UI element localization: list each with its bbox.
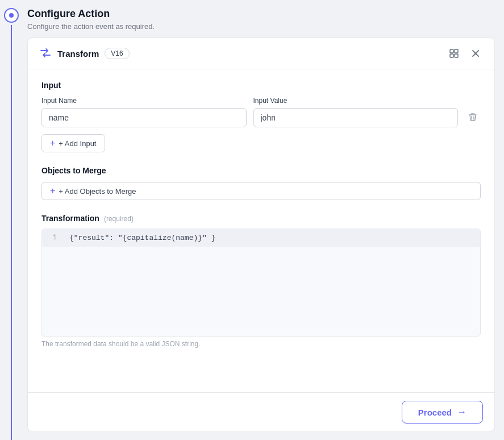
input-value-field[interactable] bbox=[253, 108, 459, 127]
sidebar-dot bbox=[9, 13, 14, 18]
input-value-group: Input Value bbox=[253, 97, 459, 127]
input-name-field[interactable] bbox=[41, 108, 247, 127]
code-editor[interactable]: 1 {"result": "{capitalize(name)}" } bbox=[41, 229, 481, 337]
transformation-title: Transformation bbox=[41, 214, 99, 223]
svg-rect-1 bbox=[455, 49, 458, 53]
trash-icon bbox=[468, 113, 477, 122]
svg-rect-0 bbox=[450, 49, 453, 53]
code-line-1: 1 {"result": "{capitalize(name)}" } bbox=[42, 229, 480, 247]
input-value-label: Input Value bbox=[253, 97, 459, 105]
input-name-group: Input Name bbox=[41, 97, 247, 127]
proceed-label: Proceed bbox=[418, 408, 452, 417]
page-title: Configure Action bbox=[27, 8, 495, 20]
input-section: Input Input Name Input Value bbox=[41, 81, 481, 152]
svg-rect-3 bbox=[455, 54, 458, 57]
code-content: {"result": "{capitalize(name)}" } bbox=[63, 229, 480, 247]
close-icon bbox=[470, 48, 481, 59]
card-title: Transform bbox=[57, 49, 99, 59]
expand-button[interactable] bbox=[447, 46, 461, 61]
input-row: Input Name Input Value bbox=[41, 97, 481, 127]
proceed-button[interactable]: Proceed → bbox=[402, 401, 483, 424]
card-header-right bbox=[447, 46, 483, 61]
transformation-header: Transformation (required) bbox=[41, 214, 481, 223]
add-input-label: + Add Input bbox=[59, 139, 96, 148]
configure-card: Transform V16 bbox=[27, 38, 495, 432]
sidebar-step-icon bbox=[4, 8, 19, 23]
line-number: 1 bbox=[42, 229, 63, 246]
input-section-title: Input bbox=[41, 81, 481, 90]
required-label: (required) bbox=[104, 215, 134, 223]
add-objects-plus-icon: + bbox=[50, 186, 55, 196]
card-footer: Proceed → bbox=[28, 392, 494, 431]
expand-icon bbox=[449, 48, 459, 59]
hint-text: The transformed data should be a valid J… bbox=[41, 337, 481, 348]
transform-icon bbox=[39, 47, 52, 61]
add-objects-button[interactable]: + + Add Objects to Merge bbox=[41, 182, 481, 200]
app-container: Configure Action Configure the action ev… bbox=[0, 0, 504, 440]
svg-rect-2 bbox=[450, 54, 453, 57]
page-header: Configure Action Configure the action ev… bbox=[27, 8, 495, 38]
card-header-left: Transform V16 bbox=[39, 47, 130, 61]
add-objects-label: + Add Objects to Merge bbox=[59, 187, 136, 196]
delete-input-button[interactable] bbox=[465, 109, 481, 125]
card-body: Input Input Name Input Value bbox=[28, 69, 494, 392]
objects-section-title: Objects to Merge bbox=[41, 166, 481, 175]
close-button[interactable] bbox=[468, 46, 483, 61]
add-input-button[interactable]: + + Add Input bbox=[41, 134, 105, 152]
version-badge: V16 bbox=[105, 48, 129, 59]
proceed-arrow-icon: → bbox=[457, 407, 466, 417]
sidebar bbox=[0, 0, 23, 440]
add-input-plus-icon: + bbox=[50, 139, 55, 148]
transformation-section: Transformation (required) 1 {"result": "… bbox=[41, 214, 481, 348]
input-name-label: Input Name bbox=[41, 97, 247, 105]
main-content: Configure Action Configure the action ev… bbox=[23, 0, 504, 440]
objects-section: Objects to Merge + + Add Objects to Merg… bbox=[41, 166, 481, 200]
page-subtitle: Configure the action event as required. bbox=[27, 22, 495, 31]
card-header: Transform V16 bbox=[28, 38, 494, 69]
